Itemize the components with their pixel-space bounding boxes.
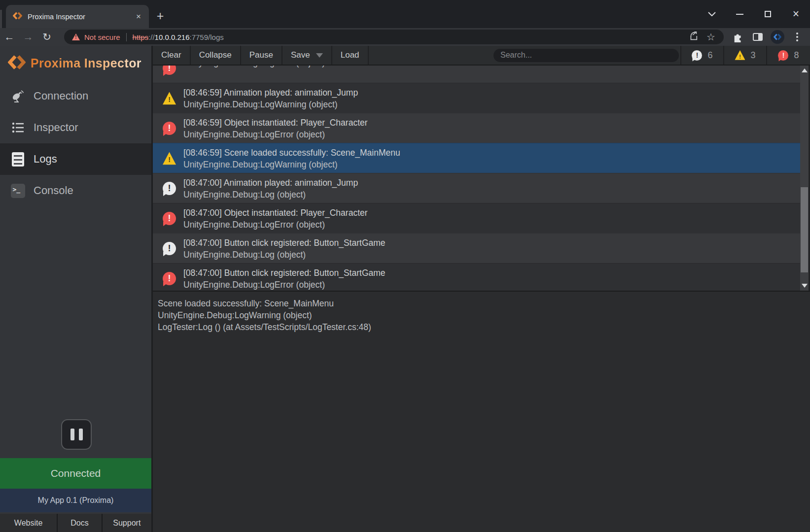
not-secure-warning-icon: ! — [72, 33, 80, 40]
logs-page: Clear Collapse Pause Save Load ! 6 ! 3 !… — [153, 46, 810, 532]
clear-button[interactable]: Clear — [153, 46, 191, 65]
load-button[interactable]: Load — [332, 46, 369, 65]
url-divider — [126, 33, 127, 41]
log-stack: UnityEngine.Debug:LogError (object) — [183, 279, 386, 291]
tab-title: Proxima Inspector — [28, 13, 133, 21]
warning-icon: ! — [735, 50, 745, 61]
document-icon — [10, 152, 26, 166]
browser-tab[interactable]: Proxima Inspector × — [6, 5, 149, 28]
footer-link-website[interactable]: Website — [0, 514, 57, 532]
log-entry[interactable]: ! [08:47:00] Button click registered: Bu… — [153, 263, 800, 291]
log-entry[interactable]: ! [08:46:59] Object instantiated: Player… — [153, 113, 800, 143]
search-input[interactable] — [493, 49, 679, 62]
warning-count: 3 — [750, 50, 755, 61]
bookmark-star-icon[interactable]: ☆ — [702, 31, 720, 43]
log-entry-text: [08:47:00] Animation played: animation_J… — [183, 173, 358, 203]
detail-line: UnityEngine.Debug:LogWarning (object) — [158, 309, 805, 321]
app-logo: Proxima Inspector — [0, 46, 151, 80]
log-entry[interactable]: ! [08:47:00] Animation played: animation… — [153, 173, 800, 203]
window-close-button[interactable]: × — [782, 0, 810, 28]
forward-icon[interactable]: → — [19, 31, 37, 43]
sidebar-item-logs[interactable]: Logs — [0, 143, 151, 175]
log-message: [08:47:00] Button click registered: Butt… — [183, 267, 386, 279]
sidebar-footer: Website Docs Support — [0, 514, 151, 532]
log-scrollbar[interactable] — [800, 66, 809, 291]
log-level-icon: ! — [163, 66, 176, 75]
log-level-icon: ! — [163, 212, 176, 225]
profile-avatar[interactable] — [768, 29, 787, 45]
sidebar-item-label: Console — [34, 184, 73, 197]
pause-button[interactable]: Pause — [241, 46, 282, 65]
pause-stream-button[interactable] — [61, 419, 92, 450]
log-message: [08:47:00] Button click registered: Butt… — [183, 237, 386, 249]
share-icon[interactable] — [684, 31, 702, 43]
url-separator: :// — [148, 33, 155, 41]
log-entry-text: [08:46:59] Scene loaded successfully: Sc… — [183, 143, 400, 173]
log-message: [08:47:00] Animation played: animation_J… — [183, 177, 358, 189]
log-stack: UnityEngine.Debug:Log (object) — [183, 249, 386, 261]
url-host: 10.0.0.216 — [155, 33, 190, 41]
footer-link-support[interactable]: Support — [103, 514, 151, 532]
save-dropdown-caret-icon[interactable] — [316, 53, 323, 58]
scroll-up-arrow-icon[interactable] — [802, 68, 808, 72]
log-entry[interactable]: ! [08:46:59] Animation played: animation… — [153, 83, 800, 113]
log-entry[interactable]: ! [08:46:59] Scene loaded successfully: … — [153, 143, 800, 173]
not-secure-label: Not secure — [84, 33, 120, 41]
log-message: [08:47:00] Object instantiated: Player_C… — [183, 207, 368, 219]
log-level-icon: ! — [163, 152, 176, 165]
sidebar-item-inspector[interactable]: Inspector — [0, 112, 151, 143]
log-stack: UnityEngine.Debug:LogError (object) — [183, 66, 325, 68]
log-level-icon: ! — [163, 122, 176, 135]
detail-line: Scene loaded successfully: Scene_MainMen… — [158, 298, 805, 309]
window-edge — [0, 10, 2, 28]
log-stack: UnityEngine.Debug:LogError (object) — [183, 129, 368, 140]
proxima-logo-icon — [8, 55, 26, 72]
sidebar-item-label: Logs — [34, 153, 57, 166]
sidebar-item-console[interactable]: >_ Console — [0, 175, 151, 206]
list-icon — [10, 121, 26, 134]
back-icon[interactable]: ← — [0, 31, 19, 43]
collapse-button[interactable]: Collapse — [191, 46, 241, 65]
warning-count-filter[interactable]: ! 3 — [724, 46, 767, 65]
info-count-filter[interactable]: ! 6 — [681, 46, 724, 65]
log-entry-text: [08:47:00] Object instantiated: Player_C… — [183, 203, 368, 233]
sidebar-item-connection[interactable]: Connection — [0, 80, 151, 112]
scroll-down-arrow-icon[interactable] — [802, 284, 808, 288]
app-info-bar: My App 0.1 (Proxima) — [0, 489, 151, 512]
extensions-puzzle-icon[interactable] — [728, 29, 748, 45]
address-bar[interactable]: ! Not secure https://10.0.0.216:7759/log… — [64, 30, 724, 44]
footer-link-docs[interactable]: Docs — [58, 514, 101, 532]
log-entry[interactable]: ! [08:47:00] Object instantiated: Player… — [153, 203, 800, 233]
browser-navbar: ← → ↻ ! Not secure https://10.0.0.216:77… — [0, 28, 810, 46]
log-entry-text: [08:46:59] Object instantiated: Player_C… — [183, 113, 368, 143]
tab-close-icon[interactable]: × — [133, 11, 144, 22]
log-list: ! UnityEngine.Debug:LogError (object) ! … — [153, 66, 810, 291]
log-entry-text: [08:47:00] Button click registered: Butt… — [183, 233, 386, 263]
url-text: https://10.0.0.216:7759/logs — [133, 33, 684, 41]
log-stack: UnityEngine.Debug:LogError (object) — [183, 219, 368, 231]
log-level-icon: ! — [163, 92, 176, 105]
new-tab-button[interactable]: + — [152, 8, 169, 25]
log-entry[interactable]: ! UnityEngine.Debug:LogError (object) — [153, 66, 800, 83]
browser-menu-dots-icon[interactable] — [787, 29, 807, 45]
window-maximize-button[interactable] — [754, 0, 782, 28]
log-entry[interactable]: ! [08:47:00] Button click registered: Bu… — [153, 233, 800, 263]
url-path: :7759/logs — [190, 33, 224, 41]
log-list-rows: ! UnityEngine.Debug:LogError (object) ! … — [153, 66, 800, 291]
reload-icon[interactable]: ↻ — [37, 31, 56, 43]
log-message: [08:46:59] Animation played: animation_J… — [183, 87, 358, 99]
window-minimize-button[interactable] — [726, 0, 754, 28]
error-count-filter[interactable]: ! 8 — [767, 46, 810, 65]
terminal-icon: >_ — [10, 184, 26, 198]
log-stack: UnityEngine.Debug:LogWarning (object) — [183, 159, 400, 170]
detail-line: LogTester:Log () (at Assets/TestScripts/… — [158, 321, 805, 333]
log-level-icon: ! — [163, 272, 176, 285]
save-button[interactable]: Save — [282, 46, 332, 65]
log-stack: UnityEngine.Debug:LogWarning (object) — [183, 99, 358, 110]
scrollbar-thumb[interactable] — [801, 187, 808, 272]
tab-search-chevron-icon[interactable] — [698, 0, 726, 28]
log-entry-text: [08:47:00] Button click registered: Butt… — [183, 264, 386, 291]
log-stack: UnityEngine.Debug:Log (object) — [183, 189, 358, 200]
side-panel-icon[interactable] — [748, 29, 768, 45]
search-area — [369, 46, 681, 65]
